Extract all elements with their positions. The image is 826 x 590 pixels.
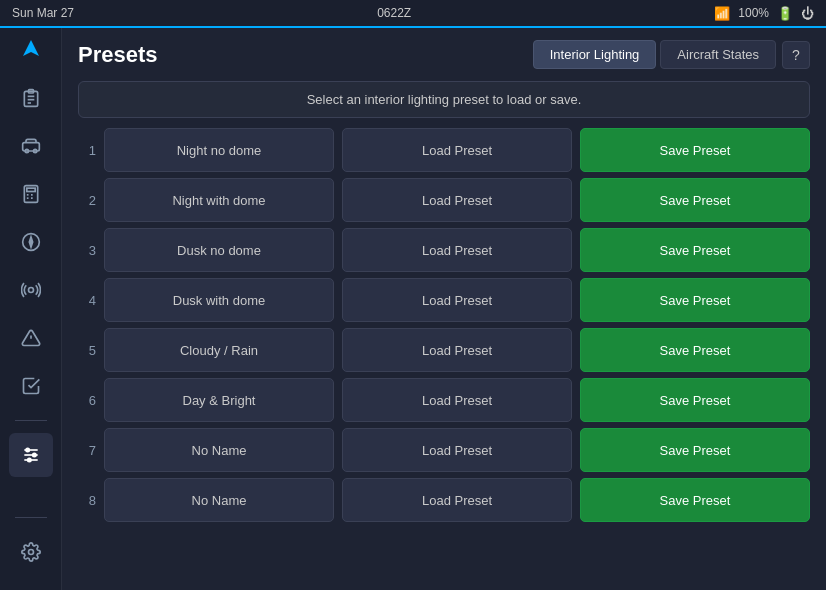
preset-save-btn-6[interactable]: Save Preset bbox=[580, 378, 810, 422]
preset-save-btn-1[interactable]: Save Preset bbox=[580, 128, 810, 172]
help-button[interactable]: ? bbox=[782, 41, 810, 69]
content-header: Presets Interior Lighting Aircraft State… bbox=[78, 40, 810, 69]
sidebar-item-checklist[interactable] bbox=[9, 364, 53, 408]
preset-load-btn-7[interactable]: Load Preset bbox=[342, 428, 572, 472]
battery-icon: 🔋 bbox=[777, 6, 793, 21]
preset-row-1: 1 Night no dome Load Preset Save Preset bbox=[78, 128, 810, 172]
preset-load-btn-4[interactable]: Load Preset bbox=[342, 278, 572, 322]
top-bar-time: 0622Z bbox=[377, 6, 411, 20]
svg-point-19 bbox=[28, 288, 33, 293]
preset-number-8: 8 bbox=[78, 493, 96, 508]
preset-row-8: 8 No Name Load Preset Save Preset bbox=[78, 478, 810, 522]
sidebar-items bbox=[9, 76, 53, 509]
wifi-icon: 📶 bbox=[714, 6, 730, 21]
tab-interior-lighting[interactable]: Interior Lighting bbox=[533, 40, 657, 69]
sidebar-item-sliders[interactable] bbox=[9, 433, 53, 477]
preset-name-btn-8[interactable]: No Name bbox=[104, 478, 334, 522]
sidebar bbox=[0, 28, 62, 590]
tab-aircraft-states[interactable]: Aircraft States bbox=[660, 40, 776, 69]
preset-number-7: 7 bbox=[78, 443, 96, 458]
preset-save-btn-7[interactable]: Save Preset bbox=[580, 428, 810, 472]
info-bar: Select an interior lighting preset to lo… bbox=[78, 81, 810, 118]
preset-name-btn-7[interactable]: No Name bbox=[104, 428, 334, 472]
preset-row-2: 2 Night with dome Load Preset Save Prese… bbox=[78, 178, 810, 222]
sidebar-item-alert[interactable] bbox=[9, 316, 53, 360]
preset-number-5: 5 bbox=[78, 343, 96, 358]
top-bar: Sun Mar 27 0622Z 📶 100% 🔋 ⏻ bbox=[0, 0, 826, 28]
preset-name-btn-4[interactable]: Dusk with dome bbox=[104, 278, 334, 322]
preset-name-btn-2[interactable]: Night with dome bbox=[104, 178, 334, 222]
preset-load-btn-6[interactable]: Load Preset bbox=[342, 378, 572, 422]
preset-load-btn-1[interactable]: Load Preset bbox=[342, 128, 572, 172]
preset-save-btn-4[interactable]: Save Preset bbox=[580, 278, 810, 322]
sidebar-item-compass[interactable] bbox=[9, 220, 53, 264]
content-area: Presets Interior Lighting Aircraft State… bbox=[62, 28, 826, 590]
preset-name-btn-5[interactable]: Cloudy / Rain bbox=[104, 328, 334, 372]
top-bar-date: Sun Mar 27 bbox=[12, 6, 74, 20]
page-title: Presets bbox=[78, 42, 158, 68]
svg-point-27 bbox=[27, 458, 30, 461]
top-bar-right: 📶 100% 🔋 ⏻ bbox=[714, 6, 814, 21]
preset-load-btn-3[interactable]: Load Preset bbox=[342, 228, 572, 272]
sidebar-bottom-divider bbox=[15, 517, 47, 518]
tab-group-container: Interior Lighting Aircraft States ? bbox=[533, 40, 810, 69]
sidebar-item-vehicle[interactable] bbox=[9, 124, 53, 168]
preset-number-6: 6 bbox=[78, 393, 96, 408]
sidebar-bottom bbox=[9, 509, 53, 582]
sidebar-divider bbox=[15, 420, 47, 421]
tab-group: Interior Lighting Aircraft States bbox=[533, 40, 776, 69]
preset-name-btn-1[interactable]: Night no dome bbox=[104, 128, 334, 172]
sidebar-item-calculator[interactable] bbox=[9, 172, 53, 216]
svg-point-25 bbox=[26, 448, 29, 451]
preset-number-4: 4 bbox=[78, 293, 96, 308]
preset-row-7: 7 No Name Load Preset Save Preset bbox=[78, 428, 810, 472]
preset-save-btn-5[interactable]: Save Preset bbox=[580, 328, 810, 372]
app-logo-icon bbox=[19, 36, 43, 60]
preset-load-btn-8[interactable]: Load Preset bbox=[342, 478, 572, 522]
svg-point-26 bbox=[32, 453, 35, 456]
battery-percentage: 100% bbox=[738, 6, 769, 20]
preset-row-5: 5 Cloudy / Rain Load Preset Save Preset bbox=[78, 328, 810, 372]
preset-save-btn-3[interactable]: Save Preset bbox=[580, 228, 810, 272]
preset-save-btn-8[interactable]: Save Preset bbox=[580, 478, 810, 522]
preset-save-btn-2[interactable]: Save Preset bbox=[580, 178, 810, 222]
preset-number-3: 3 bbox=[78, 243, 96, 258]
svg-point-28 bbox=[28, 550, 33, 555]
preset-load-btn-2[interactable]: Load Preset bbox=[342, 178, 572, 222]
main-layout: Presets Interior Lighting Aircraft State… bbox=[0, 28, 826, 590]
preset-row-3: 3 Dusk no dome Load Preset Save Preset bbox=[78, 228, 810, 272]
sidebar-logo bbox=[19, 36, 43, 64]
svg-marker-18 bbox=[29, 237, 32, 247]
preset-number-1: 1 bbox=[78, 143, 96, 158]
svg-rect-10 bbox=[26, 188, 34, 191]
preset-load-btn-5[interactable]: Load Preset bbox=[342, 328, 572, 372]
sidebar-item-settings[interactable] bbox=[9, 530, 53, 574]
sidebar-item-radio[interactable] bbox=[9, 268, 53, 312]
preset-number-2: 2 bbox=[78, 193, 96, 208]
preset-name-btn-6[interactable]: Day & Bright bbox=[104, 378, 334, 422]
preset-row-6: 6 Day & Bright Load Preset Save Preset bbox=[78, 378, 810, 422]
preset-name-btn-3[interactable]: Dusk no dome bbox=[104, 228, 334, 272]
presets-table: 1 Night no dome Load Preset Save Preset … bbox=[78, 128, 810, 522]
sidebar-item-clipboard[interactable] bbox=[9, 76, 53, 120]
power-icon[interactable]: ⏻ bbox=[801, 6, 814, 21]
svg-marker-0 bbox=[23, 40, 39, 56]
preset-row-4: 4 Dusk with dome Load Preset Save Preset bbox=[78, 278, 810, 322]
